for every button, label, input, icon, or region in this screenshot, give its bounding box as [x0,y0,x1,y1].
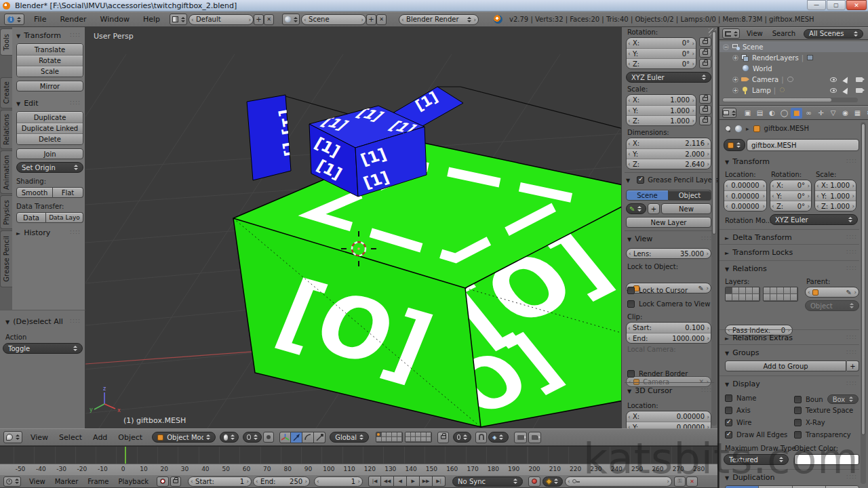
play-button[interactable]: ▶ [407,476,420,487]
outliner-item-label[interactable]: Camera [752,76,778,83]
editor-type-button[interactable] [722,28,740,39]
scale-z-field[interactable]: Z:1.000 [627,115,696,125]
translate-button[interactable]: Translate [17,44,83,55]
timeline-menu-frame[interactable]: Frame [87,478,108,485]
panel-header-display[interactable]: Display [725,380,760,388]
snap-toggle-button[interactable] [475,432,487,443]
lid-left-flap[interactable] [247,95,291,180]
keying-set-select[interactable] [542,476,563,487]
new-layer-button[interactable]: New Layer [626,217,711,228]
timeline-menu-marker[interactable]: Marker [55,478,79,485]
panel-grip[interactable]: :::: [70,99,81,106]
current-frame-field[interactable]: 1 [314,476,363,487]
join-button[interactable]: Join [16,148,83,159]
maximize-button[interactable]: ▢ [827,0,846,10]
add-to-group-button[interactable]: Add to Group [725,361,846,371]
rotation-mode-select[interactable]: XYZ Euler [770,214,858,225]
close-layout-button[interactable]: ✕ [264,14,274,25]
tab-tools[interactable]: Tools [0,28,12,56]
panel-grip[interactable]: :::: [70,228,81,235]
display-transparency-checkbox[interactable] [794,431,802,439]
auto-keyframe-button[interactable] [528,476,540,487]
mirror-button[interactable]: Mirror [16,81,83,92]
panel-header-relations-extras[interactable]: Relations Extras [725,333,793,342]
pin-icon[interactable] [725,125,731,131]
next-keyframe-button[interactable]: ▶▶ [420,476,433,487]
panel-header-relations[interactable]: Relations [725,264,767,273]
outliner-menu-search[interactable]: Search [772,30,795,37]
panel-header-duplication[interactable]: Duplication [725,473,775,482]
layer-grid-1[interactable] [376,432,403,443]
panel-grip[interactable]: :::: [70,317,81,324]
outliner-item-label[interactable]: Lamp [752,87,771,94]
display-name-checkbox[interactable] [725,394,732,402]
delete-keyframe-button[interactable]: ✕ [686,476,698,487]
panel-grip[interactable]: :::: [701,235,712,241]
clip-start-field[interactable]: Start:0.100 [627,323,711,333]
rotation-y-lock-button[interactable] [699,48,711,58]
expand-icon[interactable]: + [732,77,738,83]
expand-icon[interactable]: + [732,55,738,61]
panel-header-3d-cursor[interactable]: 3D Cursor [627,386,672,395]
rot-z-field[interactable]: Z:0° [770,201,811,211]
modifiers-tab[interactable]: ✛ [815,108,827,119]
timeline-ruler[interactable]: -50-40-30-20-100102030405060708090100110… [0,464,717,474]
jump-to-end-button[interactable]: ▶| [433,476,446,487]
material-tab[interactable]: ◉ [840,108,851,119]
outliner-item-label[interactable]: World [753,65,772,73]
menu-render[interactable]: Render [60,15,86,24]
local-camera-field[interactable]: Camera ✕ [626,376,711,387]
duplicate-button[interactable]: Duplicate [17,112,83,123]
max-draw-type-select[interactable]: Textured [724,454,789,465]
editor-type-button[interactable] [3,476,21,487]
scene-browse-button[interactable] [282,14,300,25]
panel-header-delta-transform[interactable]: Delta Transform [725,233,792,242]
frame-start-field[interactable]: Start:1 [188,476,252,487]
viewport-menu-select[interactable]: Select [59,433,82,442]
scene-tab[interactable]: ◐ [766,108,778,119]
panel-header-groups[interactable]: Groups [725,348,759,357]
menu-help[interactable]: Help [143,15,160,24]
outliner-row-renderlayers[interactable]: + RenderLayers | [719,52,868,63]
dim-x-field[interactable]: X:2.116 [627,138,711,148]
editor-type-button[interactable] [722,108,736,118]
panel-grip[interactable]: :::: [846,380,857,386]
tab-create[interactable]: Create [0,77,12,108]
panel-grip[interactable]: :::: [846,333,857,340]
panel-header-deselect-all[interactable]: (De)select All [5,317,63,326]
lock-camera-checkbox[interactable] [627,300,635,308]
renderability-icon[interactable] [856,77,863,82]
gpencil-plus-button[interactable]: + [648,203,660,214]
scale-button[interactable]: Scale [17,66,83,77]
panel-grip[interactable]: :::: [70,31,81,38]
jump-to-start-button[interactable]: |◀ [368,476,381,487]
tab-relations[interactable]: Relations [0,110,12,149]
world-tab[interactable]: ◯ [778,108,790,119]
gpencil-data-select[interactable]: ✎ [626,203,646,214]
display-xray-checkbox[interactable] [794,419,802,426]
render-opengl-anim-button[interactable] [528,432,541,443]
active-keying-set-field[interactable] [565,476,672,487]
manipulator-translate-button[interactable] [291,432,302,443]
duplicate-linked-button[interactable]: Duplicate Linked [17,123,83,134]
scale-z-lock-button[interactable] [699,116,711,125]
panel-grip[interactable]: :::: [846,348,857,355]
minimize-button[interactable]: — [807,0,826,10]
layer-grid-2[interactable] [405,432,432,443]
viewport-menu-object[interactable]: Object [118,433,142,442]
panel-header-history[interactable]: History [16,228,50,237]
loc-y-field[interactable]: 0.00000 [724,190,766,201]
play-reverse-button[interactable]: ◀ [394,476,407,487]
outliner-display-mode-select[interactable]: All Scenes [804,29,863,39]
bounds-type-select[interactable]: Box [827,394,859,404]
rot-x-field[interactable]: X:0° [770,180,811,190]
display-wire-checkbox[interactable] [725,419,732,426]
add-scene-button[interactable]: + [366,14,376,25]
menu-file[interactable]: File [34,15,46,24]
add-layout-button[interactable]: + [254,14,264,25]
data-button[interactable]: Data [16,212,46,223]
scene-field[interactable]: Scene [301,14,366,25]
panel-header-transform-locks[interactable]: Transform Locks [725,248,793,257]
tab-physics[interactable]: Physics [0,195,12,229]
render-layers-tab[interactable]: ▤ [754,108,766,119]
